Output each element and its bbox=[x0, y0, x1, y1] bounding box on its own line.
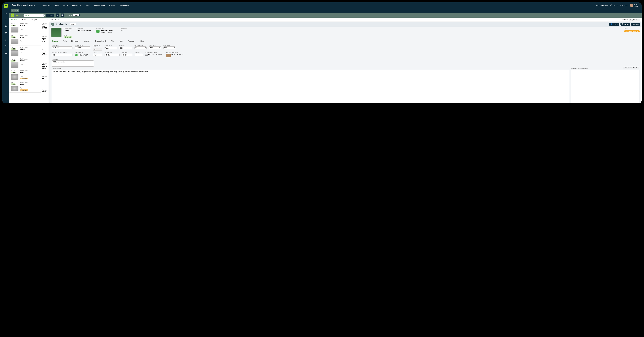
user-menu[interactable]: JenniferSistilli bbox=[630, 4, 639, 7]
svg-rect-7 bbox=[6, 14, 6, 14]
tab-general[interactable]: General bbox=[52, 39, 58, 43]
workspace-title: Jennifer's Workspace bbox=[12, 4, 35, 7]
chart-icon[interactable]: 📈 bbox=[96, 52, 98, 53]
nav-productivity[interactable]: Productivity bbox=[42, 4, 50, 6]
subnav-browse[interactable]: Browse bbox=[11, 18, 17, 21]
wrench-icon[interactable]: 🔧 bbox=[11, 14, 14, 17]
nav-operations[interactable]: Operations bbox=[72, 4, 81, 6]
svg-rect-0 bbox=[5, 12, 5, 12]
subnav-insights[interactable]: Insights bbox=[32, 18, 37, 21]
external-link-icon[interactable]: ↗ bbox=[158, 52, 159, 53]
part-card[interactable]: Part ID 1390 Part Number 001390 Type bbox=[9, 22, 41, 34]
apps-grid-icon[interactable] bbox=[4, 12, 7, 14]
part-list[interactable]: Part ID 1390 Part Number 001390 Type Par… bbox=[9, 22, 41, 103]
total-cost-label: Total cost bbox=[622, 19, 628, 20]
tab-relations[interactable]: Relations bbox=[128, 39, 135, 43]
part-card[interactable]: Part ID 1385 Part Number 01385 Type Hard… bbox=[9, 81, 41, 92]
part-card[interactable]: Part ID 1387 Part Number 001387 Type bbox=[9, 57, 41, 69]
qty-input bbox=[93, 48, 102, 50]
org-display: Org:Appward bbox=[596, 4, 608, 6]
sales-units-select[interactable]: Watt bbox=[149, 46, 161, 49]
copy-button[interactable] bbox=[60, 14, 64, 17]
external-link-icon[interactable]: ↗ bbox=[83, 52, 84, 53]
nav-people[interactable]: People bbox=[63, 4, 68, 6]
total-cost-value: $56,262.20 bbox=[629, 19, 640, 21]
details-id-badge: 1394 bbox=[70, 23, 76, 25]
part-card[interactable]: Part ID 1388 Part Number 001388 Type bbox=[9, 46, 41, 57]
tab-files[interactable]: Files bbox=[111, 39, 115, 43]
part-name-textarea[interactable] bbox=[52, 60, 94, 66]
archive-button[interactable]: 🗄Archive bbox=[620, 23, 630, 26]
svg-point-9 bbox=[6, 39, 6, 39]
external-link-icon[interactable]: ↗ bbox=[113, 52, 114, 53]
product-sku-input[interactable] bbox=[75, 46, 90, 49]
unit-set-select[interactable]: 500 bbox=[119, 47, 132, 49]
avatar bbox=[630, 4, 633, 7]
logout-button[interactable]: ←Logout bbox=[620, 4, 628, 6]
external-link-icon[interactable]: ↗ bbox=[178, 52, 179, 53]
cost-input[interactable] bbox=[93, 54, 102, 56]
nav-sales[interactable]: Sales bbox=[54, 4, 59, 6]
tab-distributors[interactable]: Distributors bbox=[71, 39, 80, 43]
part-card[interactable]: Part ID 1386 Part Number 01386 Type Hard… bbox=[9, 69, 41, 81]
nav-manufacturing[interactable]: Manufacturing bbox=[94, 4, 105, 6]
work-units-select[interactable]: Watt bbox=[163, 46, 176, 49]
type-chip: Electrical bbox=[64, 36, 72, 38]
nav-development[interactable]: Development bbox=[119, 4, 129, 6]
nav-quality[interactable]: Quality bbox=[85, 4, 90, 6]
pencil-icon[interactable]: ✎ bbox=[124, 45, 126, 46]
add-button[interactable]: ＋ bbox=[56, 14, 59, 17]
configure-attributes-button[interactable]: ⚙Configure attributes bbox=[624, 66, 639, 69]
view-limit-label: View Limit bbox=[46, 19, 53, 20]
manufacturer-logo bbox=[75, 54, 78, 56]
part-card[interactable]: Part ID 1389 Part Number 001389 Type bbox=[9, 34, 41, 46]
bell-icon[interactable] bbox=[4, 25, 7, 28]
plus-icon[interactable]: ＋ bbox=[4, 18, 7, 21]
svg-rect-8 bbox=[6, 14, 7, 14]
view-limit-select[interactable]: 100 bbox=[54, 19, 60, 21]
pencil-icon[interactable]: ✎ bbox=[111, 45, 112, 46]
svg-rect-2 bbox=[6, 12, 7, 12]
nav-utilities[interactable]: Utilities bbox=[109, 4, 115, 6]
purchase-units-select[interactable]: Watt bbox=[134, 46, 146, 49]
search-input[interactable] bbox=[24, 14, 43, 16]
external-link-icon[interactable]: ↗ bbox=[140, 52, 141, 53]
tab-inventory[interactable]: Inventory bbox=[84, 39, 91, 43]
inspection-thumb bbox=[166, 54, 170, 57]
gear-icon: ⚙ bbox=[625, 67, 626, 68]
external-link-icon[interactable]: ↗ bbox=[68, 34, 68, 36]
filter-button[interactable]: ▼Filter bbox=[46, 14, 54, 17]
sell-price-input[interactable] bbox=[122, 54, 132, 56]
close-icon[interactable]: ✕ bbox=[17, 10, 18, 12]
tab-posts[interactable]: Posts bbox=[62, 39, 67, 43]
count-value[interactable]: 100 bbox=[73, 14, 80, 16]
pencil-icon[interactable]: ✎ bbox=[628, 28, 629, 30]
part-number-input[interactable] bbox=[52, 46, 72, 49]
svg-rect-4 bbox=[6, 13, 6, 13]
mfg-partno-input[interactable] bbox=[52, 54, 72, 56]
subnav-board[interactable]: Board bbox=[22, 18, 26, 21]
svg-rect-6 bbox=[5, 14, 5, 14]
app-logo[interactable] bbox=[4, 4, 8, 8]
chat-icon[interactable] bbox=[4, 32, 7, 34]
run-icon[interactable] bbox=[4, 38, 7, 41]
price-markup-select[interactable]: 5X (5x) bbox=[104, 54, 120, 56]
back-button[interactable]: → bbox=[51, 22, 54, 26]
search-icon[interactable]: 🔍 bbox=[43, 14, 45, 16]
base-unit-select[interactable]: Watt bbox=[104, 47, 117, 49]
tab-history[interactable]: History bbox=[139, 39, 144, 43]
app-tab-parts[interactable]: Parts ✕ bbox=[11, 9, 19, 12]
clock-icon[interactable] bbox=[4, 45, 7, 48]
svg-rect-1 bbox=[6, 12, 6, 12]
search-box[interactable]: 🔍 bbox=[24, 14, 45, 17]
description-box[interactable]: Provides resistance to limit electric cu… bbox=[52, 70, 570, 103]
tax-rate-input[interactable] bbox=[135, 54, 143, 56]
tab-transactions[interactable]: Transactions (5) bbox=[95, 39, 107, 43]
errors-button[interactable]: ⓘErrors bbox=[610, 4, 618, 6]
tab-notes[interactable]: Notes bbox=[119, 39, 124, 43]
delete-button[interactable]: ✕Delete bbox=[631, 23, 640, 26]
cloud-upload-icon[interactable] bbox=[4, 52, 7, 54]
tag-pill: Electrical engineering bbox=[624, 30, 640, 32]
app-tabs-bar: Parts ✕ bbox=[9, 8, 642, 13]
follow-button[interactable]: 👤⁺Follow bbox=[609, 23, 620, 26]
